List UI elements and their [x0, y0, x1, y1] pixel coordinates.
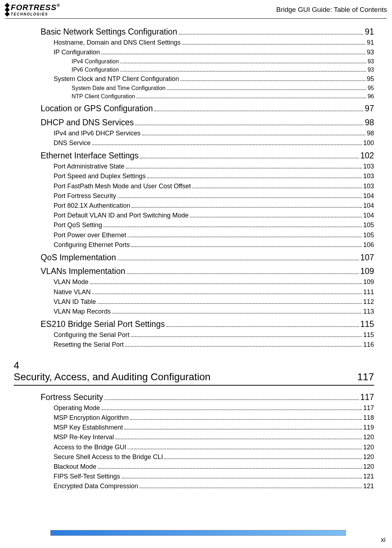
toc-entry[interactable]: Port QoS Setting 105 — [54, 221, 374, 230]
toc-page: 91 — [365, 26, 374, 37]
toc-entry[interactable]: Port Administrative State 103 — [54, 162, 374, 171]
toc-label: DHCP and DNS Services — [41, 117, 134, 128]
toc-entry[interactable]: Port Default VLAN ID and Port Switching … — [54, 211, 374, 220]
toc-entry[interactable]: Port Speed and Duplex Settings 103 — [54, 172, 374, 181]
chapter-number: 4 — [14, 360, 374, 371]
toc-page: 104 — [363, 201, 374, 210]
toc-entry[interactable]: Port FastPath Mesh Mode and User Cost Of… — [54, 182, 374, 191]
toc-page: 115 — [363, 331, 374, 340]
toc-leader — [128, 232, 362, 237]
toc-entry[interactable]: System Date and Time Configuration 95 — [72, 84, 374, 92]
toc-entry[interactable]: MSP Re-Key Interval 120 — [54, 433, 374, 442]
toc-entry[interactable]: Ethernet Interface Settings 102 — [41, 150, 374, 161]
toc-entry[interactable]: ES210 Bridge Serial Port Settings 115 — [41, 318, 374, 330]
chapter-rule — [14, 385, 374, 386]
toc-leader — [124, 425, 362, 430]
toc-entry[interactable]: VLAN Map Records 113 — [54, 307, 374, 316]
toc-page: 105 — [363, 221, 374, 230]
toc-page: 118 — [363, 413, 374, 422]
toc-entry[interactable]: MSP Key Establishment 119 — [54, 423, 374, 432]
toc-leader — [92, 289, 362, 294]
toc-entry[interactable]: Resetting the Serial Port 116 — [54, 340, 374, 349]
toc-leader — [92, 140, 362, 145]
toc-leader — [182, 40, 365, 45]
toc-label: MSP Key Establishment — [54, 423, 123, 432]
toc-label: DNS Service — [54, 139, 91, 148]
toc-entry[interactable]: IPv4 Configuration 93 — [72, 58, 374, 66]
toc-label: QoS Implementation — [41, 252, 116, 263]
toc-leader — [131, 242, 362, 247]
toc-entry[interactable]: Operating Mode 117 — [54, 404, 374, 413]
toc-label: System Clock and NTP Client Configuratio… — [54, 75, 179, 84]
toc-label: Resetting the Serial Port — [54, 340, 124, 349]
toc-page: 93 — [367, 48, 374, 57]
toc-entry[interactable]: Hostname, Domain and DNS Client Settings… — [54, 38, 374, 47]
toc-entry[interactable]: Native VLAN 111 — [54, 288, 374, 297]
toc-page: 109 — [360, 265, 374, 277]
toc-leader — [98, 463, 362, 469]
toc-entry[interactable]: VLAN Mode 109 — [54, 278, 374, 287]
toc-entry[interactable]: DNS Service 100 — [54, 139, 374, 148]
toc-entry[interactable]: Basic Network Settings Configuration 91 — [41, 26, 374, 37]
logo-icon — [5, 3, 9, 16]
toc-page: 112 — [363, 297, 374, 306]
toc-leader — [125, 342, 362, 347]
toc-page: 104 — [363, 192, 374, 201]
toc-entry[interactable]: Encrypted Data Compression 121 — [54, 482, 374, 491]
toc-page: 105 — [363, 231, 374, 240]
toc-leader — [101, 49, 365, 55]
toc-label: Configuring the Serial Port — [54, 331, 129, 340]
toc-leader — [179, 28, 364, 35]
toc-label: Port Default VLAN ID and Port Switching … — [54, 211, 188, 220]
toc-entry[interactable]: IPv6 Configuration 93 — [72, 66, 374, 74]
toc-page: 103 — [363, 172, 374, 181]
toc-leader — [118, 254, 359, 260]
toc-entry[interactable]: Port 802.1X Authentication 104 — [54, 201, 374, 210]
toc-page: 97 — [365, 103, 374, 114]
toc-label: VLAN Map Records — [54, 307, 111, 316]
toc-entry[interactable]: IPv4 and IPv6 DHCP Services 98 — [54, 129, 374, 138]
toc-leader — [131, 332, 362, 337]
toc-page: 115 — [360, 318, 374, 330]
toc-entry[interactable]: DHCP and DNS Services 98 — [41, 117, 374, 128]
toc-block-2: Fortress Security 117Operating Mode 117M… — [41, 391, 374, 491]
toc-entry[interactable]: Port Fortress Security 104 — [54, 192, 374, 201]
toc-entry[interactable]: FIPS Self-Test Settings 121 — [54, 472, 374, 481]
toc-entry[interactable]: NTP Client Configuration 96 — [72, 93, 374, 100]
toc-label: MSP Encryption Algorithm — [54, 413, 129, 422]
toc-entry[interactable]: Secure Shell Access to the Bridge CLI 12… — [54, 453, 374, 462]
toc-entry[interactable]: Access to the Bridge GUI 120 — [54, 443, 374, 452]
toc-entry[interactable]: QoS Implementation 107 — [41, 252, 374, 263]
chapter-heading: 4 Security, Access, and Auditing Configu… — [14, 360, 374, 386]
toc-entry[interactable]: System Clock and NTP Client Configuratio… — [54, 75, 374, 84]
toc-leader — [140, 483, 362, 489]
content: Basic Network Settings Configuration 91H… — [0, 26, 392, 491]
toc-entry[interactable]: VLANs Implementation 109 — [41, 265, 374, 277]
toc-entry[interactable]: Port Power over Ethernet 105 — [54, 231, 374, 240]
brand-name: FORTRESS — [11, 3, 56, 12]
toc-label: VLAN ID Table — [54, 297, 96, 306]
toc-leader — [97, 298, 362, 304]
toc-leader — [192, 183, 362, 188]
toc-entry[interactable]: Configuring Ethernet Ports 106 — [54, 241, 374, 250]
toc-leader — [120, 67, 366, 72]
toc-page: 113 — [363, 307, 374, 316]
toc-label: NTP Client Configuration — [72, 93, 135, 100]
toc-label: MSP Re-Key Interval — [54, 433, 114, 442]
toc-label: Encrypted Data Compression — [54, 482, 138, 491]
toc-page: 117 — [360, 391, 374, 403]
toc-entry[interactable]: Blackout Mode 120 — [54, 462, 374, 471]
toc-label: Ethernet Interface Settings — [41, 150, 138, 161]
toc-entry[interactable]: Configuring the Serial Port 115 — [54, 331, 374, 340]
toc-label: Native VLAN — [54, 288, 91, 297]
toc-label: System Date and Time Configuration — [72, 84, 165, 92]
toc-page: 107 — [360, 252, 374, 263]
toc-entry[interactable]: MSP Encryption Algorithm 118 — [54, 413, 374, 422]
toc-entry[interactable]: Fortress Security 117 — [41, 391, 374, 403]
toc-label: Port QoS Setting — [54, 221, 102, 230]
toc-entry[interactable]: VLAN ID Table 112 — [54, 297, 374, 306]
toc-leader — [105, 394, 359, 400]
toc-page: 103 — [363, 182, 374, 191]
toc-entry[interactable]: IP Configuration 93 — [54, 48, 374, 57]
toc-entry[interactable]: Location or GPS Configuration 97 — [41, 103, 374, 114]
